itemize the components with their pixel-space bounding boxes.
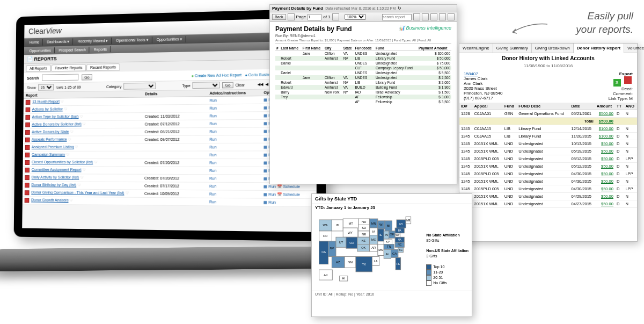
nav-item[interactable]: Operational Tools ▾ bbox=[113, 37, 152, 44]
advice-text: Run bbox=[209, 161, 216, 164]
next-page-icon[interactable] bbox=[332, 13, 339, 20]
svg-text:OH: OH bbox=[390, 233, 394, 236]
export-icon[interactable] bbox=[430, 13, 437, 20]
table-row: TreyAFFellowship$ 3,000 bbox=[275, 95, 451, 99]
run-action[interactable]: ▦ Run bbox=[264, 192, 276, 197]
go-button[interactable]: Go bbox=[82, 74, 92, 80]
favorite-icon[interactable]: ♡ bbox=[83, 122, 86, 126]
run-action[interactable]: ▦ Run bbox=[264, 184, 276, 188]
tab[interactable]: Donor History Report bbox=[574, 44, 624, 53]
favorite-icon[interactable]: ♡ bbox=[77, 183, 80, 187]
clear-link[interactable]: Clear bbox=[236, 83, 245, 87]
report-link[interactable]: Closed Opportunities by Solicitor (list) bbox=[32, 160, 93, 164]
schedule-action[interactable]: 📅 Schedule bbox=[277, 192, 300, 197]
subnav-item[interactable]: Prospect Search bbox=[55, 47, 89, 53]
export-excel-icon[interactable]: X bbox=[613, 79, 621, 87]
favorite-icon[interactable]: ♡ bbox=[68, 138, 71, 141]
col-advice[interactable]: Advice/Instructions bbox=[207, 90, 261, 97]
report-link[interactable]: Donor Birthday by Day (list) bbox=[31, 183, 76, 188]
svg-text:LA: LA bbox=[374, 260, 378, 263]
favorite-icon[interactable]: ♡ bbox=[94, 160, 97, 164]
comment-label: Comment: bbox=[609, 91, 633, 96]
nav-item[interactable]: Dashboards ▾ bbox=[43, 38, 73, 45]
report-link[interactable]: Appeals Performance bbox=[32, 138, 67, 141]
table-row: 124520151X WMLUNDUndesignated04/29/2015$… bbox=[459, 193, 637, 200]
export-pdf-icon[interactable] bbox=[624, 76, 632, 84]
tab[interactable]: Favorite Reports bbox=[52, 64, 86, 71]
type-select[interactable] bbox=[193, 82, 220, 89]
report-link[interactable]: Actions by Solicitor bbox=[32, 107, 63, 112]
subnav-item[interactable]: Opportunities bbox=[26, 47, 55, 54]
search-input[interactable] bbox=[42, 74, 78, 81]
report-link[interactable]: Assigned Premium Listing bbox=[32, 145, 74, 149]
go2-button[interactable]: Go bbox=[222, 82, 233, 88]
save-icon[interactable] bbox=[448, 13, 455, 20]
favorite-icon[interactable]: ♡ bbox=[64, 107, 67, 111]
report-link[interactable]: Donor Growth Analysis bbox=[31, 198, 68, 203]
category-select[interactable] bbox=[123, 83, 156, 90]
report-link[interactable]: Active Donors by State bbox=[32, 130, 69, 134]
favorite-icon[interactable]: ♡ bbox=[80, 176, 83, 179]
page-num[interactable] bbox=[308, 14, 321, 20]
svg-text:SD: SD bbox=[362, 226, 366, 229]
donor-addr1: 2020 Nass Street bbox=[464, 86, 497, 91]
search-prev-icon[interactable] bbox=[413, 13, 420, 20]
donor-id-link[interactable]: 158407 bbox=[464, 71, 478, 76]
print-icon[interactable] bbox=[439, 13, 446, 20]
tab[interactable]: Giving Breakdown bbox=[532, 44, 574, 53]
nav-item[interactable]: Home bbox=[26, 39, 43, 46]
type-label: Type bbox=[182, 83, 191, 87]
report-search[interactable] bbox=[382, 14, 412, 20]
favorite-icon[interactable]: ♡ bbox=[82, 168, 85, 172]
svg-text:TX: TX bbox=[362, 263, 366, 266]
svg-text:KY: KY bbox=[386, 240, 390, 243]
favorite-icon[interactable]: ♡ bbox=[69, 198, 72, 202]
favorite-icon[interactable]: ♡ bbox=[66, 153, 69, 156]
report-link[interactable]: Campaign Summary bbox=[32, 153, 65, 156]
tab[interactable]: Volunteer bbox=[624, 44, 644, 53]
donor-name1: James Clark bbox=[464, 76, 487, 81]
report-link[interactable]: Daily Activity by Solicitor (list) bbox=[32, 175, 79, 179]
run-action[interactable]: ▦ Run bbox=[264, 200, 276, 204]
panel-title: Payment Details by Fund bbox=[272, 6, 323, 11]
nav-item[interactable]: Recently Viewed ▾ bbox=[74, 38, 112, 45]
report-link[interactable]: Active Donors by Solicitor (list) bbox=[32, 123, 82, 127]
schedule-action[interactable]: 📅 Schedule bbox=[277, 184, 300, 189]
back-button[interactable]: Back bbox=[272, 14, 286, 20]
page-first[interactable]: ◀◀ bbox=[258, 82, 264, 87]
create-report-link[interactable]: Create New Ad Hoc Report bbox=[191, 73, 241, 77]
favorite-icon[interactable]: ♡ bbox=[75, 145, 78, 149]
tab[interactable]: WealthEngine bbox=[459, 44, 493, 53]
search-next-icon[interactable] bbox=[422, 13, 429, 20]
svg-text:IN: IN bbox=[385, 233, 388, 236]
report-link[interactable]: 13 Month Report bbox=[32, 100, 60, 104]
favorite-icon[interactable]: ♡ bbox=[61, 100, 64, 104]
table-row: JaneCliftonVAUNDESUndesignated$ 2,500 bbox=[275, 75, 451, 80]
favorite-icon[interactable]: ♡ bbox=[70, 130, 73, 134]
svg-text:NM: NM bbox=[348, 261, 353, 264]
tab[interactable]: All Reports bbox=[26, 64, 51, 72]
report-icon bbox=[25, 175, 30, 180]
svg-text:NV: NV bbox=[330, 247, 334, 250]
favorite-icon[interactable]: ♡ bbox=[125, 191, 128, 195]
report-link[interactable]: Committee Assignment Report bbox=[32, 168, 82, 171]
refresh-icon[interactable]: ↻ bbox=[398, 6, 401, 11]
zoom-select[interactable]: 100% bbox=[345, 14, 366, 20]
svg-text:ND: ND bbox=[362, 220, 366, 224]
svg-text:NC: NC bbox=[398, 243, 401, 246]
advice-text: Run bbox=[209, 145, 216, 149]
table-row: Donor Growth Analysis ♡Run▦ Run bbox=[23, 197, 317, 207]
favorite-icon[interactable]: ♡ bbox=[79, 114, 83, 118]
tab[interactable]: Giving Summary bbox=[493, 44, 532, 53]
advice-text: Run bbox=[209, 138, 216, 141]
report-link[interactable]: Action Type by Solicitor (bar) bbox=[32, 114, 78, 119]
report-link[interactable]: Donor Giving Comparison - This Year and … bbox=[31, 191, 124, 195]
nav-item[interactable]: Opportunities ▾ bbox=[153, 36, 186, 44]
tab[interactable]: Recent Reports bbox=[86, 63, 120, 71]
page-prev[interactable]: ◀ bbox=[265, 82, 268, 87]
show-select[interactable]: 25 bbox=[38, 84, 54, 90]
prev-page-icon[interactable] bbox=[288, 13, 295, 20]
subnav-item[interactable]: Reports bbox=[91, 46, 111, 53]
table-row: DanielUNDESUndesignated$ 5,500 bbox=[275, 70, 451, 75]
usa-map[interactable]: WA OR CA NV ID MT WY UT AZ CO NM ND SD N… bbox=[315, 213, 417, 288]
